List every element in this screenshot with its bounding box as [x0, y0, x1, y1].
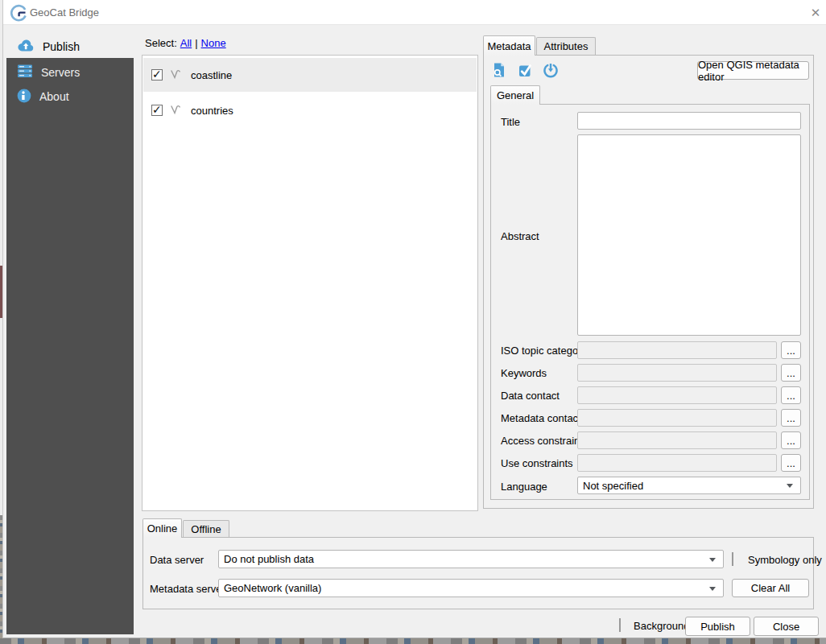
keywords-browse-button[interactable]: ...: [781, 364, 801, 382]
info-icon: [17, 89, 31, 105]
ellipsis-label: ...: [787, 412, 795, 424]
metadata-server-label: Metadata server: [150, 583, 225, 595]
abstract-label: Abstract: [501, 230, 539, 242]
sidebar-item-label: Servers: [41, 66, 80, 79]
online-pane: [142, 537, 814, 609]
clear-all-button[interactable]: Clear All: [732, 579, 809, 597]
button-label: Close: [773, 621, 799, 633]
layer-list: coastline countries: [142, 55, 478, 511]
layer-select-controls: Select: All | None: [145, 37, 226, 49]
close-icon: ✕: [811, 6, 821, 20]
ellipsis-label: ...: [787, 457, 795, 469]
line-layer-icon: [170, 68, 184, 82]
ellipsis-label: ...: [787, 367, 795, 379]
data-contact-label: Data contact: [501, 390, 560, 402]
language-select[interactable]: Not specified: [577, 477, 801, 494]
ellipsis-label: ...: [787, 345, 795, 357]
tab-general[interactable]: General: [490, 85, 540, 105]
servers-icon: [17, 64, 33, 80]
button-label: Publish: [700, 621, 735, 633]
background-label: Background: [634, 620, 689, 632]
tab-label: Online: [147, 522, 178, 535]
cloud-upload-icon: [17, 39, 35, 55]
button-label: Open QGIS metadata editor: [698, 59, 808, 83]
select-none-link[interactable]: None: [201, 37, 226, 49]
language-label: Language: [501, 481, 547, 493]
title-bar: GeoCat Bridge ✕: [3, 0, 826, 25]
title-input[interactable]: [577, 112, 801, 130]
tab-label: Metadata: [487, 40, 531, 52]
keywords-label: Keywords: [501, 367, 547, 379]
tab-online[interactable]: Online: [142, 518, 182, 538]
tab-metadata[interactable]: Metadata: [483, 35, 535, 56]
data-server-select[interactable]: Do not publish data: [218, 550, 724, 568]
background-app-sliver-bottom: [0, 638, 826, 644]
layer-checkbox[interactable]: [151, 69, 163, 80]
publish-button[interactable]: Publish: [685, 617, 750, 636]
preview-metadata-icon[interactable]: [491, 62, 507, 78]
abstract-textarea[interactable]: [577, 134, 801, 336]
data-server-label: Data server: [150, 554, 204, 566]
metadata-contact-browse-button[interactable]: ...: [781, 409, 801, 427]
iso-topic-category-label: ISO topic category: [501, 345, 587, 357]
tab-label: Attributes: [544, 40, 589, 52]
sidebar-item-about[interactable]: About: [6, 85, 134, 108]
metadata-server-value: GeoNetwork (vanilla): [224, 582, 321, 594]
select-divider: |: [195, 37, 197, 49]
geocat-bridge-dialog: GeoCat Bridge ✕ Publish: [2, 0, 826, 638]
window-title: GeoCat Bridge: [30, 6, 99, 19]
use-constraints-field: [577, 454, 777, 472]
select-all-link[interactable]: All: [180, 37, 192, 49]
layer-checkbox[interactable]: [151, 105, 163, 116]
data-server-value: Do not publish data: [224, 553, 314, 565]
data-contact-browse-button[interactable]: ...: [781, 386, 801, 404]
sidebar-item-publish[interactable]: Publish: [6, 35, 134, 58]
sidebar-item-label: About: [39, 90, 69, 103]
close-dialog-button[interactable]: Close: [754, 617, 819, 636]
select-label: Select:: [145, 37, 177, 49]
validate-metadata-icon[interactable]: [517, 62, 533, 78]
open-qgis-metadata-editor-button[interactable]: Open QGIS metadata editor: [697, 61, 809, 80]
use-constraints-browse-button[interactable]: ...: [781, 454, 801, 472]
layer-name: countries: [191, 105, 233, 117]
symbology-only-label: Symbology only: [748, 554, 822, 566]
close-button[interactable]: ✕: [807, 5, 824, 21]
symbology-only-checkbox[interactable]: [732, 552, 733, 566]
ellipsis-label: ...: [787, 435, 795, 447]
button-label: Clear All: [751, 582, 790, 594]
access-constraints-browse-button[interactable]: ...: [781, 431, 801, 449]
keywords-field: [577, 364, 777, 382]
metadata-contact-field: [577, 409, 777, 427]
tab-label: Offline: [191, 523, 221, 535]
language-value: Not specified: [583, 480, 643, 492]
sidebar: Servers About: [6, 58, 134, 634]
ellipsis-label: ...: [787, 390, 795, 402]
layer-name: coastline: [191, 69, 232, 81]
metadata-server-select[interactable]: GeoNetwork (vanilla): [218, 579, 724, 597]
metadata-contact-label: Metadata contact: [501, 412, 581, 424]
title-label: Title: [501, 116, 520, 128]
access-constraints-field: [577, 431, 777, 449]
tab-attributes[interactable]: Attributes: [536, 37, 596, 55]
tab-offline[interactable]: Offline: [183, 520, 229, 538]
layer-row-coastline[interactable]: coastline: [143, 58, 477, 92]
access-constraints-label: Access constraints: [501, 435, 588, 447]
sidebar-item-servers[interactable]: Servers: [6, 61, 134, 84]
iso-topic-category-field: [577, 341, 777, 359]
iso-topic-category-browse-button[interactable]: ...: [781, 341, 801, 359]
tab-label: General: [497, 89, 534, 101]
data-contact-field: [577, 386, 777, 404]
background-checkbox[interactable]: [619, 618, 621, 632]
line-layer-icon: [170, 104, 184, 118]
use-constraints-label: Use constraints: [501, 457, 573, 469]
load-metadata-icon[interactable]: [543, 62, 559, 78]
sidebar-item-label: Publish: [43, 40, 80, 53]
app-logo-icon: [10, 4, 27, 22]
layer-row-countries[interactable]: countries: [143, 93, 477, 127]
